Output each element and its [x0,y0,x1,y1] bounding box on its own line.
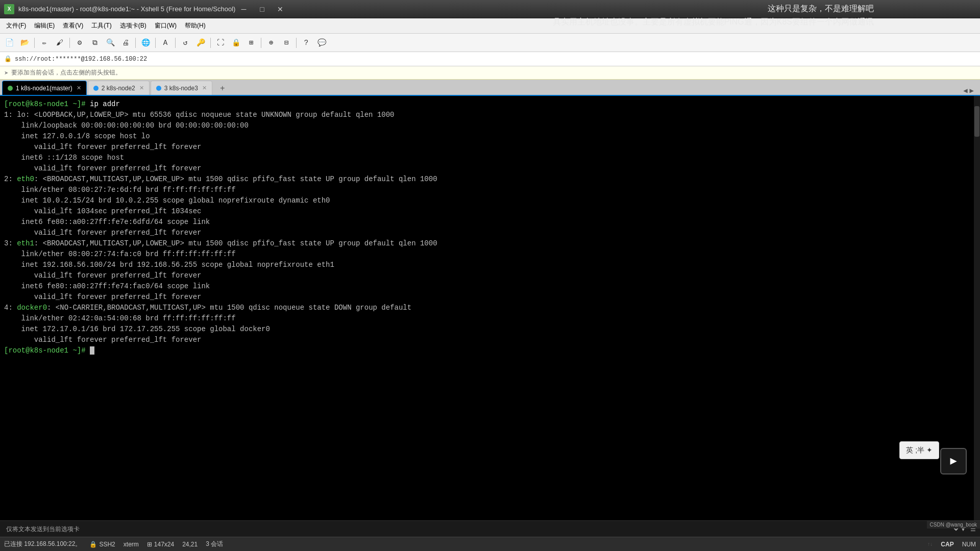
lock-button[interactable]: 🔒 [229,36,243,49]
address-url[interactable]: ssh://root:*******@192.168.56.100:22 [15,56,147,63]
brush-button[interactable]: 🖌 [53,36,67,49]
size-text: 147x24 [154,541,174,548]
window-controls: ─ □ ✕ [235,3,288,15]
term-line-2: link/loopback 00:00:00:00:00:00 brd 00:0… [4,120,976,131]
tab-dot-1 [8,86,13,91]
toolbar-sep-6 [210,38,211,48]
new-tab-button[interactable]: ⊕ [264,36,278,49]
chat-button[interactable]: 💬 [314,36,329,49]
term-line-8: link/ether 08:00:27:7e:6d:fd brd ff:ff:f… [4,185,976,195]
session-count: 3 会话 [206,540,223,548]
term-line-15: inet 192.168.56.100/24 brd 192.168.56.25… [4,260,976,270]
term-line-0: [root@k8s-node1 ~]# ip addr [4,99,976,110]
menu-edit[interactable]: 编辑(E) [30,19,59,32]
app-icon: X [4,4,14,14]
size-icon: ⊞ [147,541,152,548]
tab-k8s-node1[interactable]: 1 k8s-node1(master) ✕ [2,81,87,95]
tab-k8s-node2[interactable]: 2 k8s-node2 ✕ [88,81,150,95]
help-button[interactable]: ? [299,36,313,49]
tab-close-2[interactable]: ✕ [139,85,144,91]
add-tab-button[interactable]: + [215,83,230,95]
term-line-13: 3: eth1: <BROADCAST,MULTICAST,UP,LOWER_U… [4,238,976,249]
tab-close-3[interactable]: ✕ [202,85,207,91]
menu-file[interactable]: 文件(F) [2,19,30,32]
ime-badge[interactable]: 英 ;半 ✦ [899,441,939,459]
minimize-button[interactable]: ─ [235,3,252,15]
ssh-status: 🔒 SSH2 [89,541,115,548]
term-type: xterm [124,541,139,548]
print-button[interactable]: 🖨 [118,36,133,49]
tab-bar: 1 k8s-node1(master) ✕ 2 k8s-node2 ✕ 3 k8… [0,80,980,96]
copy-button[interactable]: ⧉ [88,36,102,49]
menu-tabs[interactable]: 选项卡(B) [116,19,151,32]
toolbar: 📄 📂 ✏️ 🖌 ⚙ ⧉ 🔍 🖨 🌐 A ↺ 🔑 ⛶ 🔒 ⊞ ⊕ ⊟ ? 💬 [0,34,980,52]
key-button[interactable]: 🔑 [193,36,208,49]
ssh-text: SSH2 [99,541,115,548]
term-line-4: valid_lft forever preferred_lft forever [4,142,976,153]
toolbar-sep-7 [261,38,261,48]
term-line-18: valid_lft forever preferred_lft forever [4,292,976,303]
term-line-1: 1: lo: <LOOPBACK,UP,LOWER_UP> mtu 65536 … [4,110,976,120]
expand-button[interactable]: ⛶ [213,36,228,49]
terminal-scrollbar[interactable] [974,96,980,520]
play-button[interactable] [940,448,967,474]
tab-left-arrow[interactable]: ◀ [963,86,967,95]
menu-window[interactable]: 窗口(W) [151,19,181,32]
maximize-button[interactable]: □ [254,3,270,15]
input-tab-select[interactable]: 仅将文本发送到当前选项卡 [4,525,960,533]
font-button[interactable]: A [158,36,173,49]
terminal-wrapper: [root@k8s-node1 ~]# ip addr 1: lo: <LOOP… [0,96,980,520]
term-line-6: valid_lft forever preferred_lft forever [4,163,976,174]
terminal[interactable]: [root@k8s-node1 ~]# ip addr 1: lo: <LOOP… [0,96,980,520]
tab-label-3: 3 k8s-node3 [164,85,198,92]
toolbar-sep-1 [34,38,35,48]
close-button[interactable]: ✕ [272,3,288,15]
grid-button[interactable]: ⊞ [244,36,258,49]
term-line-3: inet 127.0.0.1/8 scope host lo [4,131,976,142]
session-text: 3 会话 [206,540,223,548]
term-line-14: link/ether 08:00:27:74:fa:c0 brd ff:ff:f… [4,249,976,260]
term-line-16: valid_lft forever preferred_lft forever [4,270,976,281]
num-indicator: NUM [962,541,976,548]
connection-text: 已连接 192.168.56.100:22。 [4,540,81,548]
tab-close-1[interactable]: ✕ [77,85,81,91]
ssh-icon: 🔒 [89,541,97,548]
open-button[interactable]: 📂 [17,36,32,49]
toolbar-sep-8 [296,38,297,48]
refresh-button[interactable]: ↺ [178,36,192,49]
menu-help[interactable]: 帮助(H) [181,19,210,32]
input-panel: 仅将文本发送到当前选项卡 ▼ ☰ [0,520,980,537]
term-line-17: inet6 fe80::a00:27ff:fe74:fac0/64 scope … [4,281,976,292]
tab-scroll-arrows: ◀ ▶ [963,86,978,95]
connection-status: 已连接 192.168.56.100:22。 [4,540,81,548]
term-line-12: valid_lft forever preferred_lft forever [4,228,976,238]
hint-text: 要添加当前会话，点击左侧的箭头按钮。 [11,68,121,77]
window-title: k8s-node1(master) - root@k8s-node1:~ - X… [18,5,235,13]
term-line-22: valid_lft forever preferred_lft forever [4,335,976,345]
overlay-annotation: 这种只是复杂，不是难理解吧 具实用主机地址也没事。主要是所有虚拟机要能PING通… [549,0,878,30]
toolbar-sep-2 [69,38,70,48]
cursor-pos: 24,21 [182,541,198,548]
tab-k8s-node3[interactable]: 3 k8s-node3 ✕ [151,81,212,95]
edit-button[interactable]: ✏️ [37,36,52,49]
address-bar: 🔒 ssh://root:*******@192.168.56.100:22 [0,52,980,66]
cap-indicator: CAP [941,541,953,548]
menu-view[interactable]: 查看(V) [59,19,87,32]
new-session-button[interactable]: 📄 [2,36,16,49]
settings-button[interactable]: ⚙ [72,36,87,49]
tab-right-arrow[interactable]: ▶ [970,86,974,95]
term-line-21: inet 172.17.0.1/16 brd 172.17.255.255 sc… [4,324,976,335]
toolbar-sep-4 [155,38,156,48]
find-button[interactable]: 🔍 [103,36,117,49]
globe-button[interactable]: 🌐 [138,36,153,49]
menu-tools[interactable]: 工具(T) [87,19,115,32]
status-bar: 已连接 192.168.56.100:22。 🔒 SSH2 xterm ⊞ 14… [0,537,980,551]
hint-arrow-icon: ➤ [4,70,8,76]
term-line-11: inet6 fe80::a00:27ff:fe7e:6dfd/64 scope … [4,217,976,228]
tab-dot-3 [156,86,161,91]
hint-bar: ➤ 要添加当前会话，点击左侧的箭头按钮。 [0,66,980,80]
cap-text: CAP [941,541,953,548]
term-cursor-line: [root@k8s-node1 ~]# [4,345,976,356]
tab-dot-2 [93,86,99,91]
layout-button[interactable]: ⊟ [279,36,293,49]
